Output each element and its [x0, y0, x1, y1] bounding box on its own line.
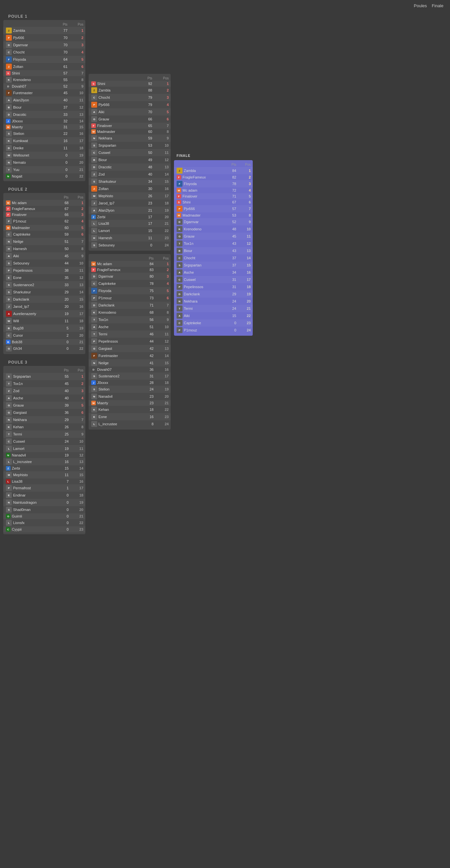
- player-pts: 50: [57, 245, 70, 252]
- finale-tab[interactable]: Finale: [432, 3, 444, 8]
- avatar: A: [6, 311, 12, 317]
- player-pts: 20: [57, 303, 70, 310]
- table-row: CCuswel5011: [89, 149, 171, 156]
- player-pts: 16: [57, 458, 71, 465]
- player-name: Madmaster: [12, 226, 30, 230]
- table-row: KKehan1822: [89, 406, 171, 413]
- player-name: Furetmaster: [98, 354, 118, 358]
- table-row: CCaptnkeke596: [3, 231, 85, 238]
- player-pts: 40: [139, 170, 154, 178]
- player-badge: M: [91, 261, 96, 266]
- player-name: Srgspartan: [13, 374, 31, 378]
- table-row: AAsche5110: [89, 323, 171, 331]
- player-pos: 6: [69, 63, 85, 70]
- player-pos: 9: [156, 316, 171, 323]
- player-pos: 17: [238, 276, 253, 283]
- player-cell: PP1mouz: [89, 294, 142, 302]
- player-badge: S: [91, 82, 96, 86]
- poules-tab[interactable]: Poules: [414, 3, 427, 8]
- player-name: Bug38: [13, 326, 24, 330]
- player-pts: 25: [57, 431, 71, 438]
- avatar: N: [91, 360, 97, 366]
- table-row: DDreike1118: [3, 145, 85, 152]
- avatar: A: [91, 208, 97, 213]
- player-name: Jarod_tp7: [98, 201, 115, 205]
- table-row: WWill1118: [3, 317, 85, 324]
- table-row: TTox1n452: [3, 380, 85, 387]
- player-cell: EEone: [3, 274, 57, 281]
- player-name: Maerty: [97, 401, 108, 405]
- table-row: AAiki705: [89, 108, 171, 116]
- table-row: CCyypii023: [3, 526, 85, 532]
- player-name: Floyoda: [13, 57, 26, 61]
- player-pos: 7: [238, 205, 253, 212]
- player-pos: 19: [69, 152, 85, 159]
- player-pos: 10: [70, 438, 85, 445]
- avatar: S: [6, 131, 12, 136]
- avatar: F: [6, 57, 12, 62]
- player-pts: 17: [139, 220, 154, 227]
- table-row: MMadmaster608: [89, 129, 171, 134]
- avatar: N: [6, 499, 12, 505]
- player-pos: 12: [70, 274, 85, 281]
- avatar: T: [6, 431, 12, 437]
- table-row: CCaptnkeke784: [89, 280, 171, 287]
- player-cell: AAlan2lyon: [89, 207, 139, 214]
- poule3-header-pos: Pos: [70, 368, 85, 373]
- player-pos: 19: [70, 324, 85, 332]
- player-pts: 46: [142, 331, 156, 338]
- player-pos: 14: [154, 170, 171, 178]
- player-cell: SSrgspartan: [174, 261, 225, 269]
- player-cell: TTermi: [174, 305, 225, 312]
- player-pts: 65: [139, 123, 154, 129]
- player-pos: 4: [69, 49, 85, 56]
- player-pts: 84: [225, 167, 238, 174]
- player-cell: SShad0man: [3, 506, 57, 513]
- player-name: Gh34: [13, 346, 22, 350]
- player-cell: SSebouney: [89, 242, 139, 249]
- player-cell: GGargiast: [3, 409, 57, 416]
- player-name: FragleFameux: [97, 268, 120, 272]
- player-cell: ZZod: [89, 170, 139, 178]
- table-row: PPjv666702: [3, 34, 85, 41]
- table-row: JJarod_tp72016: [3, 303, 85, 310]
- player-name: Nanadvil: [12, 453, 26, 457]
- player-name: Srgspartan: [98, 144, 116, 147]
- table-row: CChocht704: [3, 49, 85, 56]
- player-cell: AAsche: [3, 395, 57, 402]
- player-name: Dracotic: [98, 165, 112, 169]
- player-pts: 0: [57, 513, 71, 519]
- player-pts: 70: [55, 34, 69, 41]
- table-row: MMephisto2617: [89, 192, 171, 199]
- player-pos: 12: [70, 452, 85, 458]
- player-pts: 22: [55, 130, 69, 137]
- player-pts: 20: [57, 296, 70, 303]
- player-pos: 21: [154, 220, 171, 227]
- player-name: Tox1n: [98, 318, 108, 321]
- player-pts: 70: [55, 49, 69, 56]
- player-name: Shad0man: [13, 508, 31, 512]
- player-cell: TTermi: [3, 431, 57, 438]
- table-row: LLisa38716: [3, 478, 85, 484]
- player-pos: 9: [69, 83, 85, 89]
- player-pos: 2: [70, 206, 85, 212]
- table-row: SStelion2216: [3, 130, 85, 137]
- player-cell: SSharkuteur: [89, 178, 139, 185]
- player-pts: 59: [139, 134, 154, 142]
- player-badge: M: [6, 125, 10, 129]
- table-row: PP1mouz624: [3, 218, 85, 225]
- player-pts: 0: [57, 339, 70, 345]
- avatar: S: [6, 282, 12, 288]
- player-pts: 43: [225, 240, 238, 247]
- player-cell: WWill: [3, 317, 57, 324]
- avatar: H: [6, 246, 12, 252]
- player-pts: 23: [142, 400, 156, 406]
- player-name: Pepelinssos: [184, 285, 203, 289]
- player-cell: FFinalover: [89, 123, 139, 129]
- player-pos: 3: [70, 387, 85, 395]
- table-row: FFinalover715: [174, 193, 253, 199]
- player-name: Grauw: [13, 403, 24, 407]
- player-pts: 68: [142, 309, 156, 316]
- player-pos: 22: [69, 173, 85, 179]
- player-name: Krenodeno: [184, 227, 202, 231]
